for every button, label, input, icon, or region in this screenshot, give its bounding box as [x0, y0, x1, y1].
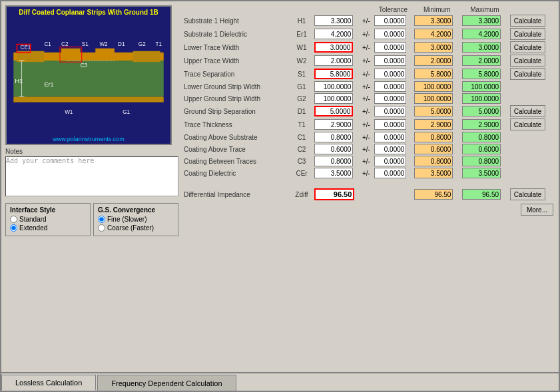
diff-min-input[interactable]: [414, 189, 453, 200]
param-max-4[interactable]: [462, 69, 501, 79]
interface-extended-radio[interactable]: [10, 224, 17, 232]
param-tol-2[interactable]: [374, 42, 406, 53]
param-value-1[interactable]: [314, 29, 353, 39]
param-max-8[interactable]: [462, 119, 501, 130]
interface-style-label: Interface Style: [10, 206, 86, 214]
tabs-bar: Lossless Calculation Frequency Dependent…: [1, 372, 559, 391]
gs-fine-radio[interactable]: [98, 216, 105, 223]
svg-text:CE1: CE1: [21, 45, 31, 51]
calc-btn-0[interactable]: Calculate: [510, 15, 546, 27]
param-tol-3[interactable]: [374, 55, 406, 66]
param-name-4: Trace Separation: [182, 67, 290, 81]
interface-standard-radio[interactable]: [10, 216, 17, 223]
tab-frequency[interactable]: Frequency Dependent Calculation: [97, 375, 236, 391]
param-min-1[interactable]: [414, 29, 453, 39]
svg-text:T1: T1: [155, 41, 162, 47]
param-max-3[interactable]: [462, 55, 501, 66]
param-tol-5[interactable]: [374, 81, 406, 92]
param-value-8[interactable]: [314, 119, 353, 130]
param-min-8[interactable]: [414, 119, 453, 130]
param-value-11[interactable]: [314, 156, 353, 166]
param-max-12[interactable]: [462, 168, 501, 178]
diff-max-input[interactable]: [462, 189, 501, 200]
param-min-5[interactable]: [414, 81, 453, 92]
param-min-12[interactable]: [414, 168, 453, 178]
param-value-6[interactable]: [314, 93, 353, 104]
param-min-6[interactable]: [414, 93, 453, 104]
param-symbol-1: Er1: [290, 27, 314, 41]
param-value-10[interactable]: [314, 144, 353, 154]
right-panel: Tolerance Minimum Maximum Substrate 1 He…: [182, 5, 555, 368]
gs-coarse-radio[interactable]: [98, 224, 105, 232]
calc-btn-8[interactable]: Calculate: [510, 118, 546, 130]
tab-lossless[interactable]: Lossless Calculation: [1, 375, 96, 391]
param-min-0[interactable]: [414, 15, 453, 26]
param-tol-4[interactable]: [374, 69, 406, 79]
param-max-7[interactable]: [462, 106, 501, 116]
zdiff-input[interactable]: [314, 188, 354, 200]
param-symbol-2: W1: [290, 41, 314, 54]
calc-btn-3[interactable]: Calculate: [510, 55, 546, 67]
param-value-12[interactable]: [314, 168, 353, 178]
param-name-6: Upper Ground Strip Width: [182, 93, 290, 104]
param-min-3[interactable]: [414, 55, 453, 66]
more-button[interactable]: More...: [521, 204, 553, 216]
params-table: Tolerance Minimum Maximum Substrate 1 He…: [182, 5, 555, 179]
param-tol-8[interactable]: [374, 119, 406, 130]
param-min-9[interactable]: [414, 132, 453, 142]
gs-coarse-label: Coarse (Faster): [107, 224, 154, 232]
calc-btn-2[interactable]: Calculate: [510, 41, 546, 53]
param-min-4[interactable]: [414, 69, 453, 79]
param-max-10[interactable]: [462, 144, 501, 154]
polar-url: www.polarinstruments.com: [7, 136, 170, 142]
svg-rect-3: [133, 51, 160, 62]
param-tol-12[interactable]: [374, 168, 406, 178]
param-tol-0[interactable]: [374, 15, 406, 26]
param-max-9[interactable]: [462, 132, 501, 142]
param-row-9: Coating Above Substrate C1 +/-: [182, 131, 555, 143]
calc-btn-4[interactable]: Calculate: [510, 68, 546, 80]
param-name-10: Coating Above Trace: [182, 143, 290, 155]
diff-calc-button[interactable]: Calculate: [510, 188, 546, 200]
param-row-1: Substrate 1 Dielectric Er1 +/- Calculate: [182, 27, 555, 41]
notes-textarea[interactable]: Add your comments here: [5, 156, 178, 196]
param-min-2[interactable]: [414, 42, 453, 53]
param-value-7[interactable]: [314, 106, 353, 116]
tolerance-header: Tolerance: [373, 5, 413, 14]
param-max-2[interactable]: [462, 42, 501, 53]
diagram-box: Diff Coated Coplanar Strips With Ground …: [5, 5, 172, 145]
param-name-5: Lower Ground Strip Width: [182, 81, 290, 93]
param-tol-7[interactable]: [374, 106, 406, 116]
calc-btn-7[interactable]: Calculate: [510, 105, 546, 117]
param-value-5[interactable]: [314, 81, 353, 92]
interface-style-box: Interface Style Standard Extended: [5, 203, 91, 236]
param-min-10[interactable]: [414, 144, 453, 154]
param-name-7: Ground Strip Separation: [182, 104, 290, 118]
plus-minus-6: +/-: [361, 93, 373, 104]
param-min-7[interactable]: [414, 106, 453, 116]
param-tol-10[interactable]: [374, 144, 406, 154]
param-value-3[interactable]: [314, 55, 353, 66]
param-value-9[interactable]: [314, 132, 353, 142]
param-value-0[interactable]: [314, 15, 353, 26]
param-tol-11[interactable]: [374, 156, 406, 166]
param-max-5[interactable]: [462, 81, 501, 92]
param-max-1[interactable]: [462, 29, 501, 39]
param-value-4[interactable]: [314, 69, 353, 79]
plus-minus-7: +/-: [361, 104, 373, 118]
param-min-11[interactable]: [414, 156, 453, 166]
maximum-header: Maximum: [461, 5, 509, 14]
param-name-3: Upper Trace Width: [182, 54, 290, 67]
param-row-3: Upper Trace Width W2 +/- Calculate: [182, 54, 555, 67]
calc-btn-1[interactable]: Calculate: [510, 28, 546, 40]
param-tol-9[interactable]: [374, 132, 406, 142]
param-row-0: Substrate 1 Height H1 +/- Calculate: [182, 14, 555, 27]
param-max-0[interactable]: [462, 15, 501, 26]
param-tol-6[interactable]: [374, 93, 406, 104]
svg-rect-6: [13, 97, 164, 102]
param-max-11[interactable]: [462, 156, 501, 166]
param-max-6[interactable]: [462, 93, 501, 104]
param-value-2[interactable]: [314, 42, 353, 53]
param-name-2: Lower Trace Width: [182, 41, 290, 54]
param-tol-1[interactable]: [374, 29, 406, 39]
